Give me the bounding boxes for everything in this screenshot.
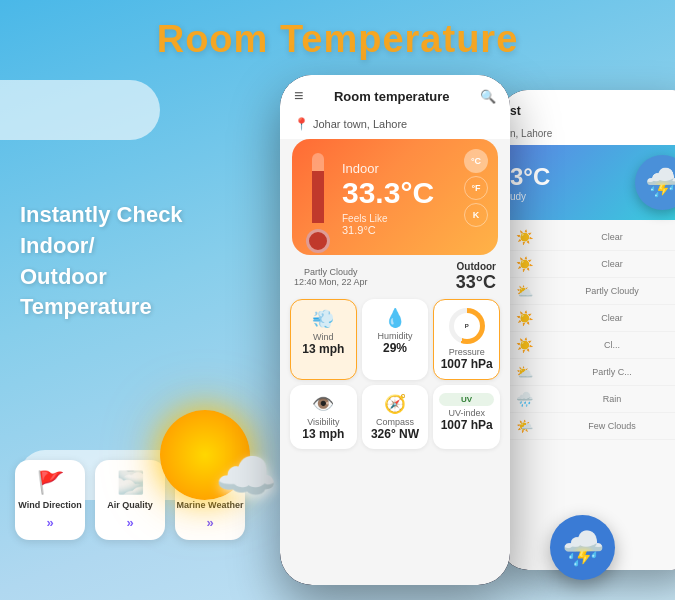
air-quality-icon: 🌫️	[117, 470, 144, 496]
tagline-line2: Outdoor Temperature	[20, 262, 240, 324]
back-weather-desc: udy	[510, 191, 550, 202]
header-title: Room temperature	[334, 89, 450, 104]
phone-back-inner: st n, Lahore 3°C udy ⛈️ ☀️Clear☀️Clear⛅P…	[500, 90, 675, 570]
forecast-item: ⛅Partly C...	[508, 359, 675, 386]
cloud-decoration: ☁️	[215, 447, 277, 505]
wind-direction-icon: 🚩	[37, 470, 64, 496]
weather-time-label: 12:40 Mon, 22 Apr	[294, 277, 368, 287]
wind-direction-label: Wind Direction	[18, 500, 81, 511]
weather-card-compass[interactable]: 🧭Compass326° NW	[362, 385, 429, 449]
back-temp: 3°C	[510, 163, 550, 191]
title-part1: Room	[157, 18, 280, 60]
kelvin-button[interactable]: K	[464, 203, 488, 227]
air-quality-label: Air Quality	[107, 500, 153, 511]
weather-card-visibility[interactable]: 👁️Visibility13 mph	[290, 385, 357, 449]
partly-cloudy-info: Partly Cloudy 12:40 Mon, 22 Apr	[294, 267, 368, 287]
forecast-item: ☀️Clear	[508, 305, 675, 332]
phone-main-inner: ≡ Room temperature 🔍 📍 Johar town, Lahor…	[280, 75, 510, 585]
back-header: st	[500, 90, 675, 126]
back-weather-banner: 3°C udy ⛈️	[500, 145, 675, 220]
forecast-item: 🌧️Rain	[508, 386, 675, 413]
celsius-button[interactable]: °C	[464, 149, 488, 173]
outdoor-bar: Partly Cloudy 12:40 Mon, 22 Apr Outdoor …	[280, 255, 510, 295]
forecast-list: ☀️Clear☀️Clear⛅Partly Cloudy☀️Clear☀️Cl.…	[500, 220, 675, 444]
title-part2: Temperature	[280, 18, 518, 60]
air-quality-arrow: »	[126, 515, 133, 530]
forecast-item: 🌤️Few Clouds	[508, 413, 675, 440]
therm-fill	[312, 171, 324, 224]
page-title: Room Temperature	[0, 18, 675, 61]
wind-direction-arrow: »	[46, 515, 53, 530]
air-quality-card[interactable]: 🌫️ Air Quality »	[95, 460, 165, 540]
weather-card-pressure[interactable]: PPressure1007 hPa	[433, 299, 500, 380]
location-text: Johar town, Lahore	[313, 118, 407, 130]
weather-desc-label: Partly Cloudy	[294, 267, 368, 277]
location-bar: 📍 Johar town, Lahore	[280, 113, 510, 139]
unit-selector: °C °F K	[464, 149, 488, 227]
fahrenheit-button[interactable]: °F	[464, 176, 488, 200]
weather-card-humidity[interactable]: 💧Humidity29%	[362, 299, 429, 380]
back-cloud-icon: ⛈️	[635, 155, 675, 210]
weather-card-uv[interactable]: UVUV-index1007 hPa	[433, 385, 500, 449]
phone-header: ≡ Room temperature 🔍	[280, 75, 510, 113]
bg-cloud-1	[0, 80, 160, 140]
header-icons: 🔍	[480, 89, 496, 104]
therm-bulb	[306, 229, 330, 253]
weather-cards-grid: 💨Wind13 mph💧Humidity29%PPressure1007 hPa…	[280, 295, 510, 453]
hamburger-icon[interactable]: ≡	[294, 87, 303, 105]
temp-display: Indoor 33.3°C Feels Like 31.9°C °C °F K	[292, 139, 498, 255]
forecast-item: ☀️Clear	[508, 224, 675, 251]
weather-card-wind[interactable]: 💨Wind13 mph	[290, 299, 357, 380]
marine-weather-arrow: »	[206, 515, 213, 530]
forecast-item: ⛅Partly Cloudy	[508, 278, 675, 305]
location-pin-icon: 📍	[294, 117, 309, 131]
pressure-gauge: P	[449, 308, 485, 344]
phone-back: st n, Lahore 3°C udy ⛈️ ☀️Clear☀️Clear⛅P…	[500, 90, 675, 570]
tagline: Instantly Check Indoor/ Outdoor Temperat…	[20, 200, 240, 323]
wind-direction-card[interactable]: 🚩 Wind Direction »	[15, 460, 85, 540]
thermometer	[304, 153, 332, 243]
search-icon[interactable]: 🔍	[480, 89, 496, 104]
forecast-item: ☀️Cl...	[508, 332, 675, 359]
phone-main: ≡ Room temperature 🔍 📍 Johar town, Lahor…	[280, 75, 510, 585]
back-header-text: st	[510, 104, 521, 118]
therm-tube	[312, 153, 324, 223]
outdoor-temp: 33°C	[456, 272, 496, 293]
outdoor-temp-section: Outdoor 33°C	[456, 261, 496, 293]
bottom-cloud-widget: ⛈️	[550, 515, 615, 580]
forecast-item: ☀️Clear	[508, 251, 675, 278]
back-location: n, Lahore	[500, 126, 675, 145]
outdoor-label: Outdoor	[456, 261, 496, 272]
tagline-line1: Instantly Check Indoor/	[20, 200, 240, 262]
